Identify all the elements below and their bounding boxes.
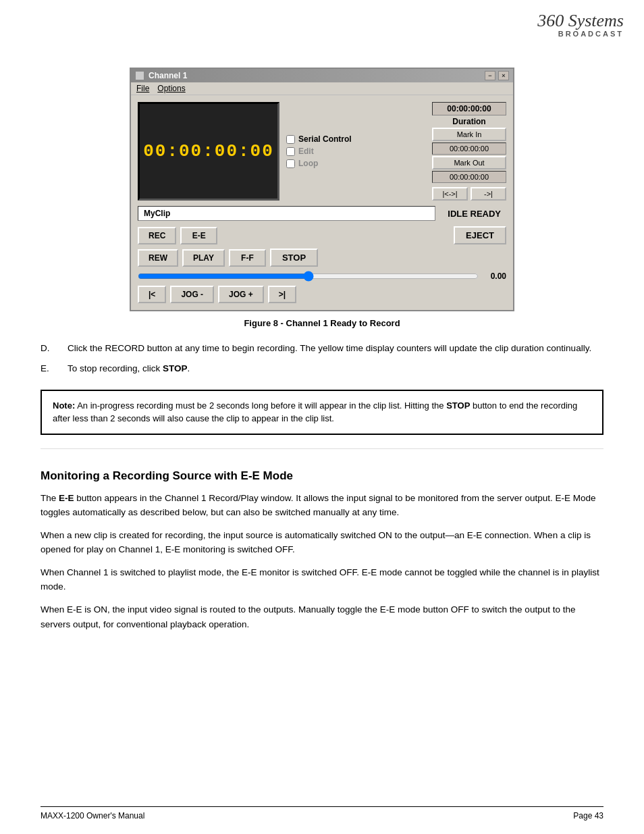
eject-button[interactable]: EJECT: [454, 226, 506, 244]
logo: 360 Systems BROADCAST: [537, 12, 624, 38]
clip-status-row: MyClip IDLE READY: [138, 206, 506, 221]
para1-bold: E-E: [59, 493, 74, 503]
mark-out-time: 00:00:00:00: [432, 171, 506, 183]
serial-control-checkbox[interactable]: [286, 135, 295, 144]
speed-slider[interactable]: [138, 271, 479, 282]
go-start-button[interactable]: |<: [138, 286, 166, 303]
step-d: D. Click the RECORD button at any time t…: [41, 342, 603, 355]
play-button[interactable]: PLAY: [182, 249, 225, 267]
step-d-text: Click the RECORD button at any time to b…: [68, 342, 591, 355]
transport-row-1: REC E-E EJECT: [138, 226, 506, 244]
duration-panel: 00:00:00:00 Duration Mark In 00:00:00:00…: [432, 102, 506, 201]
window-menubar: File Options: [131, 82, 513, 95]
step-e-letter: E.: [41, 362, 54, 375]
rec-button[interactable]: REC: [138, 227, 176, 244]
ee-button[interactable]: E-E: [180, 227, 217, 244]
note-prefix: Note:: [53, 400, 75, 411]
minimize-button[interactable]: −: [485, 71, 495, 80]
logo-text: 360 Systems: [537, 12, 624, 30]
serial-control-label: Serial Control: [298, 134, 352, 144]
window-screenshot: Channel 1 − × File Options 00:00:00:00: [41, 68, 603, 311]
section-para-1: The E-E button appears in the Channel 1 …: [41, 491, 603, 520]
section-para-3: When Channel 1 is switched to playlist m…: [41, 565, 603, 594]
figure-caption: Figure 8 - Channel 1 Ready to Record: [41, 318, 603, 328]
note-box: Note: An in-progress recording must be 2…: [41, 390, 603, 435]
options-menu[interactable]: Options: [157, 84, 185, 93]
step-e-text: To stop recording, click STOP.: [68, 362, 190, 375]
duration-time-value: 00:00:00:00: [432, 102, 506, 115]
section-para-4: When E-E is ON, the input video signal i…: [41, 602, 603, 631]
checkbox-controls: Serial Control Edit Loop: [286, 102, 425, 201]
jog-plus-button[interactable]: JOG +: [218, 286, 264, 303]
note-text: An in-progress recording must be 2 secon…: [77, 400, 446, 411]
jog-row: |< JOG - JOG + >|: [138, 286, 506, 303]
jog-minus-button[interactable]: JOG -: [170, 286, 214, 303]
separator: [41, 448, 603, 449]
transport-row-2: REW PLAY F-F STOP: [138, 249, 506, 267]
close-button[interactable]: ×: [498, 71, 509, 80]
timecode-display: 00:00:00:00: [138, 102, 279, 201]
go-end-button[interactable]: >|: [268, 286, 296, 303]
loop-checkbox[interactable]: [286, 159, 295, 168]
mark-out-button[interactable]: Mark Out: [432, 156, 506, 170]
footer-right: Page 43: [573, 811, 603, 820]
goto-in-button[interactable]: |<->|: [432, 187, 468, 201]
para1-suffix: button appears in the Channel 1 Record/P…: [41, 493, 595, 518]
note-bold1: STOP: [446, 400, 470, 411]
edit-checkbox[interactable]: [286, 147, 295, 156]
section-para-2: When a new clip is created for recording…: [41, 528, 603, 557]
channel-window: Channel 1 − × File Options 00:00:00:00: [130, 68, 514, 311]
section-heading: Monitoring a Recording Source with E-E M…: [41, 469, 603, 483]
para1-prefix: The: [41, 493, 59, 503]
mark-in-button[interactable]: Mark In: [432, 128, 506, 141]
loop-label: Loop: [298, 159, 318, 168]
stop-button[interactable]: STOP: [270, 249, 318, 267]
clip-name[interactable]: MyClip: [138, 206, 435, 221]
footer-left: MAXX-1200 Owner's Manual: [41, 811, 144, 820]
step-e-suffix: .: [188, 363, 190, 373]
title-icon: [135, 71, 144, 80]
edit-label: Edit: [298, 147, 314, 156]
step-e-prefix: To stop recording, click: [68, 363, 163, 373]
logo-sub: BROADCAST: [537, 30, 624, 38]
rew-button[interactable]: REW: [138, 249, 178, 267]
goto-out-button[interactable]: ->|: [471, 187, 506, 201]
slider-row: 0.00: [138, 271, 506, 282]
duration-label: Duration: [452, 117, 485, 126]
step-e: E. To stop recording, click STOP.: [41, 362, 603, 375]
window-title: Channel 1: [149, 71, 187, 80]
mark-in-time: 00:00:00:00: [432, 142, 506, 155]
speed-value: 0.00: [483, 271, 506, 281]
file-menu[interactable]: File: [136, 84, 149, 93]
footer: MAXX-1200 Owner's Manual Page 43: [41, 806, 603, 820]
ff-button[interactable]: F-F: [229, 249, 266, 267]
step-d-letter: D.: [41, 342, 54, 355]
window-titlebar: Channel 1 − ×: [131, 69, 513, 82]
window-body: 00:00:00:00 Serial Control Edit: [131, 95, 513, 310]
timecode-value: 00:00:00:00: [143, 141, 274, 161]
status-badge: IDLE READY: [442, 207, 506, 220]
step-e-bold: STOP: [163, 363, 188, 373]
